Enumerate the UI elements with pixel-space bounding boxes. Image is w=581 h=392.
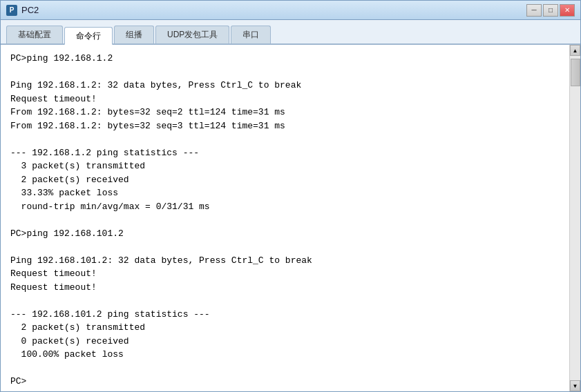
window-title: PC2: [21, 5, 39, 15]
tab-udp-tool[interactable]: UDP发包工具: [155, 26, 229, 43]
tab-basic-config-label: 基础配置: [18, 29, 51, 41]
scroll-down-button[interactable]: ▼: [570, 380, 580, 391]
tab-serial-label: 串口: [242, 29, 259, 41]
main-window: P PC2 ─ □ ✕ 基础配置 命令行 组播 UDP发包工具 串口 PC>pi…: [0, 0, 581, 392]
scrollbar-thumb-area: [570, 56, 580, 380]
scrollbar[interactable]: ▲ ▼: [569, 45, 580, 391]
window-icon-text: P: [10, 6, 15, 14]
titlebar-controls: ─ □ ✕: [526, 4, 575, 17]
tab-udp-tool-label: UDP发包工具: [167, 29, 218, 41]
titlebar-left: P PC2: [6, 5, 39, 16]
scrollbar-thumb[interactable]: [571, 59, 580, 86]
tab-multicast[interactable]: 组播: [114, 26, 154, 43]
titlebar: P PC2 ─ □ ✕: [1, 1, 580, 20]
tab-command-line-label: 命令行: [76, 30, 101, 42]
minimize-button[interactable]: ─: [526, 4, 542, 17]
terminal-output[interactable]: PC>ping 192.168.1.2 Ping 192.168.1.2: 32…: [1, 45, 569, 391]
content-area: PC>ping 192.168.1.2 Ping 192.168.1.2: 32…: [1, 45, 580, 391]
tab-serial[interactable]: 串口: [231, 26, 271, 43]
tab-bar: 基础配置 命令行 组播 UDP发包工具 串口: [1, 20, 580, 45]
tab-command-line[interactable]: 命令行: [64, 27, 113, 45]
window-icon: P: [6, 5, 17, 16]
scroll-up-button[interactable]: ▲: [570, 45, 580, 56]
maximize-button[interactable]: □: [543, 4, 558, 17]
close-button[interactable]: ✕: [560, 4, 575, 17]
tab-multicast-label: 组播: [126, 29, 142, 41]
tab-basic-config[interactable]: 基础配置: [6, 26, 63, 43]
